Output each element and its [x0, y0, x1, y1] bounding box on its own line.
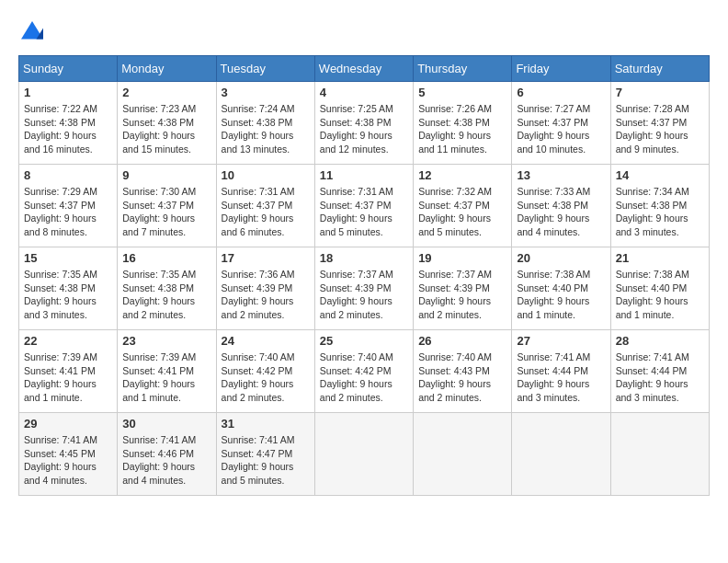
day-number: 1 [24, 86, 112, 99]
calendar-cell: 26Sunrise: 7:40 AMSunset: 4:43 PMDayligh… [414, 330, 512, 413]
day-number: 30 [122, 417, 210, 431]
cell-info: Sunrise: 7:39 AMSunset: 4:41 PMDaylight:… [122, 350, 210, 405]
cell-info: Sunrise: 7:31 AMSunset: 4:37 PMDaylight:… [222, 185, 310, 239]
day-number: 31 [222, 417, 310, 431]
calendar-cell: 20Sunrise: 7:38 AMSunset: 4:40 PMDayligh… [512, 247, 610, 330]
cell-info: Sunrise: 7:41 AMSunset: 4:44 PMDaylight:… [517, 350, 605, 405]
day-number: 11 [320, 168, 408, 182]
calendar-cell: 18Sunrise: 7:37 AMSunset: 4:39 PMDayligh… [314, 247, 413, 330]
cell-info: Sunrise: 7:29 AMSunset: 4:37 PMDaylight:… [24, 185, 112, 239]
calendar-cell: 29Sunrise: 7:41 AMSunset: 4:45 PMDayligh… [19, 413, 118, 496]
cell-info: Sunrise: 7:41 AMSunset: 4:44 PMDaylight:… [616, 350, 704, 405]
cell-info: Sunrise: 7:30 AMSunset: 4:37 PMDaylight:… [122, 185, 210, 239]
day-number: 7 [616, 86, 704, 99]
cell-info: Sunrise: 7:41 AMSunset: 4:46 PMDaylight:… [122, 433, 210, 488]
calendar-cell: 2Sunrise: 7:23 AMSunset: 4:38 PMDaylight… [118, 82, 216, 165]
day-number: 15 [24, 251, 112, 265]
day-number: 19 [418, 251, 506, 265]
calendar-cell: 3Sunrise: 7:24 AMSunset: 4:38 PMDaylight… [216, 82, 314, 165]
cell-info: Sunrise: 7:24 AMSunset: 4:38 PMDaylight:… [222, 102, 310, 156]
calendar-cell: 12Sunrise: 7:32 AMSunset: 4:37 PMDayligh… [414, 165, 512, 247]
column-header-wednesday: Wednesday [314, 56, 413, 82]
cell-info: Sunrise: 7:32 AMSunset: 4:37 PMDaylight:… [418, 185, 506, 239]
calendar-cell [314, 413, 413, 496]
calendar-cell: 9Sunrise: 7:30 AMSunset: 4:37 PMDaylight… [118, 165, 216, 247]
day-number: 17 [222, 251, 310, 265]
column-header-friday: Friday [512, 56, 610, 82]
calendar-cell: 21Sunrise: 7:38 AMSunset: 4:40 PMDayligh… [610, 247, 709, 330]
calendar-week-1: 1Sunrise: 7:22 AMSunset: 4:38 PMDaylight… [19, 82, 710, 165]
cell-info: Sunrise: 7:39 AMSunset: 4:41 PMDaylight:… [24, 350, 112, 405]
day-number: 16 [122, 251, 210, 265]
cell-info: Sunrise: 7:27 AMSunset: 4:37 PMDaylight:… [517, 102, 605, 156]
calendar-header-row: SundayMondayTuesdayWednesdayThursdayFrid… [19, 56, 710, 82]
calendar-cell: 15Sunrise: 7:35 AMSunset: 4:38 PMDayligh… [19, 247, 118, 330]
calendar-week-4: 22Sunrise: 7:39 AMSunset: 4:41 PMDayligh… [19, 330, 710, 413]
calendar-cell: 13Sunrise: 7:33 AMSunset: 4:38 PMDayligh… [512, 165, 610, 247]
cell-info: Sunrise: 7:41 AMSunset: 4:45 PMDaylight:… [24, 433, 112, 488]
calendar-cell: 25Sunrise: 7:40 AMSunset: 4:42 PMDayligh… [314, 330, 413, 413]
day-number: 24 [222, 334, 310, 348]
calendar-cell: 10Sunrise: 7:31 AMSunset: 4:37 PMDayligh… [216, 165, 314, 247]
cell-info: Sunrise: 7:36 AMSunset: 4:39 PMDaylight:… [222, 268, 310, 322]
day-number: 23 [122, 334, 210, 348]
calendar-cell: 14Sunrise: 7:34 AMSunset: 4:38 PMDayligh… [610, 165, 709, 247]
cell-info: Sunrise: 7:40 AMSunset: 4:42 PMDaylight:… [320, 350, 408, 405]
day-number: 14 [616, 168, 704, 182]
calendar-cell: 1Sunrise: 7:22 AMSunset: 4:38 PMDaylight… [19, 82, 118, 165]
calendar-cell: 28Sunrise: 7:41 AMSunset: 4:44 PMDayligh… [610, 330, 709, 413]
cell-info: Sunrise: 7:23 AMSunset: 4:38 PMDaylight:… [122, 102, 210, 156]
day-number: 4 [320, 86, 408, 99]
day-number: 5 [418, 86, 506, 99]
calendar-week-5: 29Sunrise: 7:41 AMSunset: 4:45 PMDayligh… [19, 413, 710, 496]
calendar-week-2: 8Sunrise: 7:29 AMSunset: 4:37 PMDaylight… [19, 165, 710, 247]
cell-info: Sunrise: 7:28 AMSunset: 4:37 PMDaylight:… [616, 102, 704, 156]
cell-info: Sunrise: 7:37 AMSunset: 4:39 PMDaylight:… [418, 268, 506, 322]
calendar-cell: 8Sunrise: 7:29 AMSunset: 4:37 PMDaylight… [19, 165, 118, 247]
day-number: 3 [222, 86, 310, 99]
day-number: 10 [222, 168, 310, 182]
calendar-cell: 5Sunrise: 7:26 AMSunset: 4:38 PMDaylight… [414, 82, 512, 165]
cell-info: Sunrise: 7:22 AMSunset: 4:38 PMDaylight:… [24, 102, 112, 156]
day-number: 28 [616, 334, 704, 348]
cell-info: Sunrise: 7:25 AMSunset: 4:38 PMDaylight:… [320, 102, 408, 156]
logo [18, 18, 50, 46]
column-header-tuesday: Tuesday [216, 56, 314, 82]
logo-icon [18, 18, 46, 46]
day-number: 2 [122, 86, 210, 99]
day-number: 29 [24, 417, 112, 431]
calendar-cell: 19Sunrise: 7:37 AMSunset: 4:39 PMDayligh… [414, 247, 512, 330]
calendar-cell: 30Sunrise: 7:41 AMSunset: 4:46 PMDayligh… [118, 413, 216, 496]
column-header-thursday: Thursday [414, 56, 512, 82]
cell-info: Sunrise: 7:40 AMSunset: 4:43 PMDaylight:… [418, 350, 506, 405]
cell-info: Sunrise: 7:38 AMSunset: 4:40 PMDaylight:… [616, 268, 704, 322]
calendar-cell [512, 413, 610, 496]
cell-info: Sunrise: 7:41 AMSunset: 4:47 PMDaylight:… [222, 433, 310, 488]
day-number: 18 [320, 251, 408, 265]
calendar-cell: 11Sunrise: 7:31 AMSunset: 4:37 PMDayligh… [314, 165, 413, 247]
calendar-cell: 7Sunrise: 7:28 AMSunset: 4:37 PMDaylight… [610, 82, 709, 165]
day-number: 21 [616, 251, 704, 265]
column-header-sunday: Sunday [19, 56, 118, 82]
cell-info: Sunrise: 7:31 AMSunset: 4:37 PMDaylight:… [320, 185, 408, 239]
calendar-week-3: 15Sunrise: 7:35 AMSunset: 4:38 PMDayligh… [19, 247, 710, 330]
calendar-cell: 23Sunrise: 7:39 AMSunset: 4:41 PMDayligh… [118, 330, 216, 413]
day-number: 27 [517, 334, 605, 348]
cell-info: Sunrise: 7:38 AMSunset: 4:40 PMDaylight:… [517, 268, 605, 322]
day-number: 26 [418, 334, 506, 348]
cell-info: Sunrise: 7:35 AMSunset: 4:38 PMDaylight:… [122, 268, 210, 322]
day-number: 6 [517, 86, 605, 99]
column-header-monday: Monday [118, 56, 216, 82]
day-number: 12 [418, 168, 506, 182]
cell-info: Sunrise: 7:34 AMSunset: 4:38 PMDaylight:… [616, 185, 704, 239]
cell-info: Sunrise: 7:33 AMSunset: 4:38 PMDaylight:… [517, 185, 605, 239]
cell-info: Sunrise: 7:40 AMSunset: 4:42 PMDaylight:… [222, 350, 310, 405]
day-number: 8 [24, 168, 112, 182]
calendar-cell [610, 413, 709, 496]
column-header-saturday: Saturday [610, 56, 709, 82]
page-header [18, 18, 710, 46]
day-number: 9 [122, 168, 210, 182]
day-number: 13 [517, 168, 605, 182]
cell-info: Sunrise: 7:37 AMSunset: 4:39 PMDaylight:… [320, 268, 408, 322]
calendar-cell: 27Sunrise: 7:41 AMSunset: 4:44 PMDayligh… [512, 330, 610, 413]
